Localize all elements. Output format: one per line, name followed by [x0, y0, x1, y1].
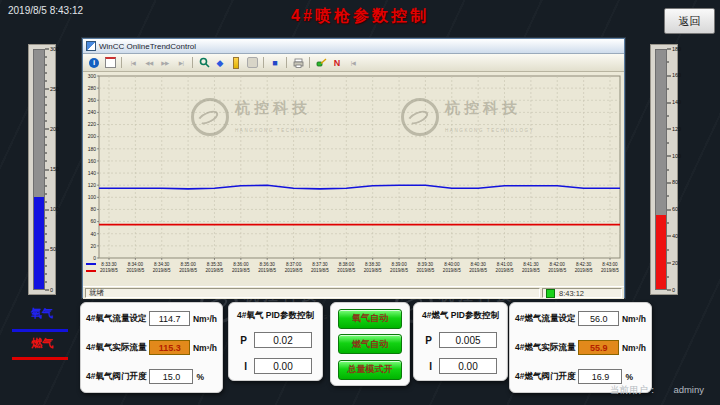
gauge-tick: [45, 97, 47, 98]
back-button[interactable]: 返回: [664, 8, 715, 34]
oxygen-pid-i-input[interactable]: 0.00: [254, 358, 312, 374]
svg-text:2019/8/5: 2019/8/5: [390, 268, 408, 273]
svg-text:8:42:30: 8:42:30: [576, 262, 592, 267]
svg-text:2019/8/5: 2019/8/5: [575, 268, 593, 273]
zoom-axes-icon[interactable]: ◆: [213, 56, 227, 69]
gauge-tick: [45, 257, 47, 258]
svg-text:200: 200: [88, 133, 97, 139]
svg-text:2019/8/5: 2019/8/5: [258, 268, 276, 273]
help-icon[interactable]: |◀: [346, 56, 360, 69]
gauge-tick-label: 200: [50, 127, 59, 133]
fuel-valve-input[interactable]: 16.9: [578, 369, 622, 384]
svg-text:2019/8/5: 2019/8/5: [311, 268, 329, 273]
gauge-tick: [45, 169, 49, 170]
oxygen-pid-panel: 4#氧气 PID参数控制 P 0.02 I 0.00: [228, 302, 323, 381]
time-range-icon[interactable]: [103, 56, 117, 69]
svg-text:8:39:00: 8:39:00: [391, 262, 407, 267]
trend-chart: 0204060801001201401601802002202402602803…: [83, 72, 624, 286]
ruler-icon[interactable]: [229, 56, 243, 69]
fuel-flow-setpoint-label: 4#燃气流量设定: [515, 313, 575, 325]
zoom-area-icon[interactable]: [197, 56, 211, 69]
svg-text:8:37:00: 8:37:00: [286, 262, 302, 267]
gauge-tick-label: 120: [672, 127, 681, 133]
gauge-tick: [667, 196, 669, 197]
fuel-pid-i-input[interactable]: 0.00: [439, 358, 497, 374]
next-record-icon[interactable]: ▶▶: [158, 56, 172, 69]
svg-text:2019/8/5: 2019/8/5: [285, 268, 303, 273]
fuel-gauge-ticks: 020406080100120140160180: [667, 49, 677, 290]
mode-panel: 氧气自动 燃气自动 总量模式开: [330, 302, 410, 386]
svg-text:8:35:30: 8:35:30: [207, 262, 223, 267]
trend-front-icon[interactable]: N: [330, 56, 344, 69]
svg-text:8:40:30: 8:40:30: [470, 262, 486, 267]
svg-text:60: 60: [90, 218, 96, 224]
svg-text:8:38:30: 8:38:30: [365, 262, 381, 267]
oxygen-valve-input[interactable]: 15.0: [149, 369, 193, 384]
oxygen-auto-button[interactable]: 氧气自动: [338, 309, 402, 329]
trend-window: WinCC OnlineTrendControl i |◀ ◀◀ ▶▶ ▶| ◆…: [82, 38, 625, 298]
gauge-tick: [45, 137, 47, 138]
info-icon[interactable]: i: [87, 56, 101, 69]
gauge-tick: [45, 273, 47, 274]
gauge-tick: [45, 193, 47, 194]
oxygen-valve-row: 4#氧气阀门开度 15.0 %: [86, 369, 217, 384]
fuel-flow-setpoint-unit: Nm³/h: [622, 314, 646, 324]
first-record-icon[interactable]: |◀: [126, 56, 140, 69]
connect-icon[interactable]: [314, 56, 328, 69]
oxygen-pid-i-label: I: [237, 361, 247, 372]
gauge-tick: [667, 129, 671, 130]
svg-text:100: 100: [88, 194, 97, 200]
fuel-pid-p-input[interactable]: 0.005: [439, 332, 497, 348]
total-mode-button[interactable]: 总量模式开: [338, 360, 402, 380]
gauge-tick: [667, 182, 671, 183]
svg-text:180: 180: [88, 146, 97, 152]
gauge-tick: [667, 62, 669, 63]
oxygen-gauge-fill: [34, 197, 44, 289]
fuel-flow-setpoint-input[interactable]: 56.0: [578, 311, 618, 326]
svg-text:0: 0: [93, 255, 96, 261]
gauge-tick: [667, 236, 671, 237]
print-icon[interactable]: [291, 56, 305, 69]
fuel-gauge-track: [655, 49, 667, 290]
svg-text:2019/8/5: 2019/8/5: [232, 268, 250, 273]
gauge-tick-label: 80: [672, 180, 678, 186]
trend-chart-svg: 0204060801001201401601802002202402602803…: [83, 72, 626, 286]
svg-text:8:38:00: 8:38:00: [339, 262, 355, 267]
oxygen-gauge-track: [33, 49, 45, 290]
fuel-flow-actual-row: 4#燃气实际流量 55.9 Nm³/h: [515, 340, 646, 355]
previous-record-icon[interactable]: ◀◀: [142, 56, 156, 69]
gauge-tick-label: 150: [50, 167, 59, 173]
svg-text:8:34:30: 8:34:30: [154, 262, 170, 267]
gauge-tick: [45, 89, 49, 90]
svg-text:2019/8/5: 2019/8/5: [469, 268, 487, 273]
svg-text:2019/8/5: 2019/8/5: [126, 268, 144, 273]
svg-text:8:33:30: 8:33:30: [101, 262, 117, 267]
oxygen-gauge: 050100150200250300: [28, 44, 56, 295]
svg-text:20: 20: [90, 243, 96, 249]
move-axes-icon[interactable]: [245, 56, 259, 69]
fuel-valve-unit: %: [625, 372, 633, 382]
gauge-tick: [45, 65, 47, 66]
oxygen-pid-p-input[interactable]: 0.02: [254, 332, 312, 348]
last-record-icon[interactable]: ▶|: [174, 56, 188, 69]
fuel-legend-label: 燃气: [14, 336, 70, 351]
fuel-auto-button[interactable]: 燃气自动: [338, 334, 402, 354]
svg-text:2019/8/5: 2019/8/5: [443, 268, 461, 273]
gauge-tick: [45, 290, 49, 291]
gauge-tick: [45, 233, 47, 234]
toolbar-separator: [309, 57, 310, 68]
screen: 2019/8/5 8:43:12 4#喷枪参数控制 返回 杭控科技HANGKON…: [0, 0, 720, 405]
fuel-flow-actual-value: 55.9: [578, 340, 618, 355]
svg-text:120: 120: [88, 182, 97, 188]
svg-text:8:34:00: 8:34:00: [128, 262, 144, 267]
fuel-pid-title: 4#燃气 PID参数控制: [422, 310, 499, 322]
gauge-tick: [667, 209, 671, 210]
page-title: 4#喷枪参数控制: [0, 6, 720, 27]
svg-text:40: 40: [90, 231, 96, 237]
stop-update-icon[interactable]: ■: [268, 56, 282, 69]
oxygen-gauge-ticks: 050100150200250300: [45, 49, 55, 290]
gauge-tick: [45, 161, 47, 162]
svg-text:2019/8/5: 2019/8/5: [548, 268, 566, 273]
oxygen-flow-setpoint-input[interactable]: 114.7: [149, 311, 189, 326]
gauge-tick-label: 0: [50, 287, 53, 293]
